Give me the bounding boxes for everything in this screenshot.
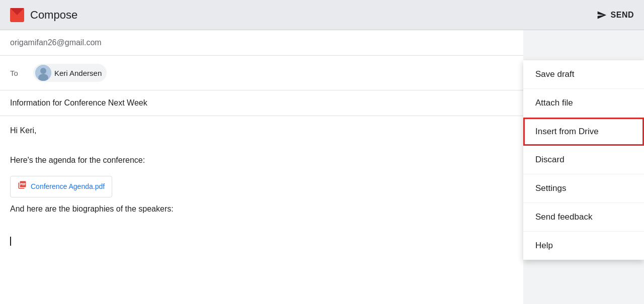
attachment-name: Conference Agenda.pdf: [31, 181, 105, 192]
menu-item-settings[interactable]: Settings: [523, 174, 644, 203]
dropdown-menu: Save draft Attach file Insert from Drive…: [523, 60, 644, 260]
menu-item-send-feedback[interactable]: Send feedback: [523, 203, 644, 232]
body-line3: And here are the biographies of the spea…: [10, 202, 513, 216]
send-button[interactable]: SEND: [597, 10, 634, 20]
recipient-chip[interactable]: Keri Andersen: [33, 64, 107, 82]
body-area[interactable]: Hi Keri, Here's the agenda for the confe…: [0, 116, 523, 254]
to-label: To: [10, 69, 25, 77]
menu-item-help[interactable]: Help: [523, 232, 644, 260]
header-bar: Compose SEND: [0, 0, 644, 30]
from-address: origamifan26@gmail.com: [10, 38, 102, 47]
pdf-icon: [18, 180, 27, 193]
text-cursor: [10, 237, 11, 246]
to-row: To Keri Andersen: [0, 56, 523, 90]
attachment-chip[interactable]: Conference Agenda.pdf: [10, 176, 112, 198]
send-icon: [597, 10, 607, 20]
body-line1: Hi Keri,: [10, 124, 513, 137]
subject-row: Information for Conference Next Week: [0, 90, 523, 116]
svg-point-3: [40, 68, 46, 74]
header-left: Compose: [10, 8, 77, 22]
subject-text: Information for Conference Next Week: [10, 98, 147, 107]
gmail-icon: [10, 8, 24, 22]
recipient-name: Keri Andersen: [54, 69, 102, 77]
compose-title: Compose: [30, 9, 77, 22]
avatar: [35, 65, 51, 81]
menu-item-insert-from-drive[interactable]: Insert from Drive: [523, 118, 644, 146]
menu-item-discard[interactable]: Discard: [523, 146, 644, 174]
from-row: origamifan26@gmail.com: [0, 30, 523, 56]
menu-item-save-draft[interactable]: Save draft: [523, 60, 644, 89]
menu-item-attach-file[interactable]: Attach file: [523, 89, 644, 118]
body-line2: Here's the agenda for the conference:: [10, 154, 513, 167]
compose-area: origamifan26@gmail.com To Keri Andersen …: [0, 30, 523, 304]
send-label: SEND: [611, 11, 634, 20]
